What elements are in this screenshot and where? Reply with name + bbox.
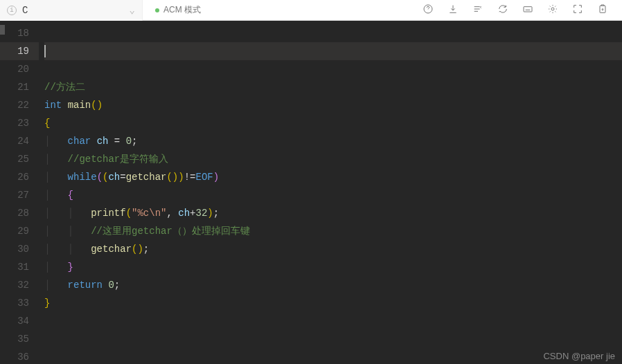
line-number: 31 [0, 258, 39, 276]
text-cursor [44, 45, 46, 57]
code-line: int main() [44, 96, 622, 114]
mode-indicator[interactable]: ACM 模式 [155, 4, 201, 16]
code-line: │ │ getchar(); [44, 240, 622, 258]
line-number: 34 [0, 312, 39, 330]
code-line [44, 330, 622, 348]
fullscreen-icon[interactable] [572, 3, 583, 17]
line-number: 27 [0, 186, 39, 204]
status-dot-icon [155, 8, 159, 12]
help-icon[interactable] [423, 3, 434, 17]
line-number: 26 [0, 168, 39, 186]
code-editor[interactable]: 18192021222324252627282930313233343536 /… [0, 21, 622, 364]
code-line [44, 60, 622, 78]
code-line: { [44, 114, 622, 132]
settings-icon[interactable] [547, 3, 558, 17]
code-line: │ //getchar是字符输入 [44, 150, 622, 168]
code-line [44, 312, 622, 330]
line-number: 24 [0, 132, 39, 150]
code-line: │ while((ch=getchar())!=EOF) [44, 168, 622, 186]
language-label: C [22, 5, 28, 16]
list-icon[interactable] [472, 3, 483, 17]
code-line: //方法二 [44, 78, 622, 96]
topbar: i C ⌄ ACM 模式 [0, 0, 622, 21]
line-number: 22 [0, 96, 39, 114]
line-number: 20 [0, 60, 39, 78]
refresh-icon[interactable] [497, 3, 508, 17]
paste-icon[interactable] [597, 3, 608, 17]
line-number: 19 [0, 42, 39, 60]
line-number: 28 [0, 204, 39, 222]
code-line [44, 24, 622, 42]
line-number: 23 [0, 114, 39, 132]
code-line [44, 348, 622, 364]
line-number: 18 [0, 24, 39, 42]
toolbar [423, 3, 622, 17]
line-number: 30 [0, 240, 39, 258]
code-line: │ │ //这里用getchar（）处理掉回车键 [44, 222, 622, 240]
line-number: 32 [0, 276, 39, 294]
line-number: 21 [0, 78, 39, 96]
chevron-down-icon: ⌄ [130, 4, 135, 16]
code-line: } [44, 294, 622, 312]
line-number-gutter: 18192021222324252627282930313233343536 [0, 21, 39, 364]
line-number: 25 [0, 150, 39, 168]
line-number: 33 [0, 294, 39, 312]
download-icon[interactable] [447, 3, 459, 17]
keyboard-icon[interactable] [522, 3, 533, 17]
code-line-current [44, 42, 622, 60]
line-number: 36 [0, 348, 39, 364]
line-number: 35 [0, 330, 39, 348]
code-line: │ return 0; [44, 276, 622, 294]
code-line: │ char ch = 0; [44, 132, 622, 150]
line-number: 29 [0, 222, 39, 240]
language-selector[interactable]: i C ⌄ [0, 0, 143, 21]
mode-label: ACM 模式 [163, 4, 201, 16]
watermark: CSDN @paper jie [543, 351, 615, 361]
code-line: │ } [44, 258, 622, 276]
info-icon: i [7, 6, 17, 15]
svg-point-2 [551, 8, 554, 10]
code-line: │ { [44, 186, 622, 204]
code-area[interactable]: //方法二 int main() { │ char ch = 0; │ //ge… [44, 21, 622, 364]
code-line: │ │ printf("%c\n", ch+32); [44, 204, 622, 222]
svg-rect-1 [524, 6, 532, 11]
